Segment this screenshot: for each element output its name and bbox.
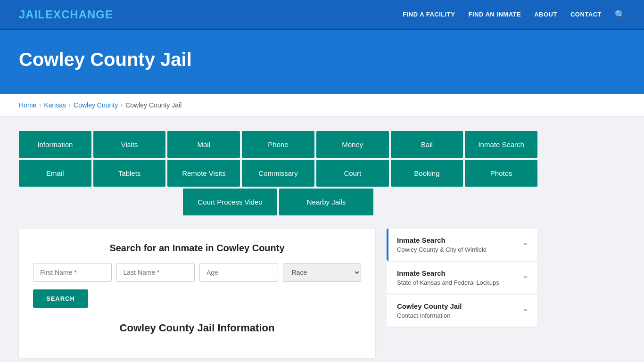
sidebar-card-kansas-sub: State of Kansas and Federal Lockups xyxy=(397,279,499,286)
last-name-input[interactable] xyxy=(116,263,195,282)
site-logo[interactable]: JAILEXCHANGE xyxy=(19,8,113,21)
btn-mail[interactable]: Mail xyxy=(167,131,240,158)
search-title: Search for an Inmate in Cowley County xyxy=(33,243,361,254)
breadcrumb-current: Cowley County Jail xyxy=(125,101,182,109)
breadcrumb-home[interactable]: Home xyxy=(19,101,36,109)
logo-jail: JAIL xyxy=(19,8,45,21)
sidebar-card-kansas: Inmate Search State of Kansas and Federa… xyxy=(387,262,537,294)
btn-commissary[interactable]: Commissary xyxy=(242,160,314,187)
btn-money[interactable]: Money xyxy=(316,131,389,158)
info-title: Cowley County Jail Information xyxy=(33,322,361,334)
sidebar-card-contact-text: Cowley County Jail Contact Information xyxy=(397,302,462,319)
btn-remote-visits[interactable]: Remote Visits xyxy=(167,160,240,187)
sidebar-card-contact-sub: Contact Information xyxy=(397,312,462,319)
search-icon[interactable]: 🔍 xyxy=(615,9,625,20)
btn-visits[interactable]: Visits xyxy=(93,131,166,158)
hero-section: Cowley County Jail xyxy=(0,30,644,94)
nav-about[interactable]: ABOUT xyxy=(534,11,557,18)
sidebar-card-kansas-text: Inmate Search State of Kansas and Federa… xyxy=(397,269,499,286)
sidebar-card-cowley-sub: Cowley County & City of Winfield xyxy=(397,246,487,253)
breadcrumb: Home › Kansas › Cowley County › Cowley C… xyxy=(19,101,625,109)
category-grid: Information Visits Mail Phone Money Bail… xyxy=(19,131,537,217)
sidebar-card-contact-header[interactable]: Cowley County Jail Contact Information ⌄ xyxy=(387,295,537,327)
breadcrumb-cowley-county[interactable]: Cowley County xyxy=(74,101,118,109)
btn-photos[interactable]: Photos xyxy=(465,160,537,187)
sidebar-card-kansas-header[interactable]: Inmate Search State of Kansas and Federa… xyxy=(387,262,537,294)
first-name-input[interactable] xyxy=(33,263,112,282)
sidebar-card-kansas-title: Inmate Search xyxy=(397,269,499,277)
btn-nearby-jails[interactable]: Nearby Jails xyxy=(279,189,373,215)
btn-booking[interactable]: Booking xyxy=(391,160,463,187)
btn-phone[interactable]: Phone xyxy=(242,131,314,158)
sidebar-card-contact: Cowley County Jail Contact Information ⌄ xyxy=(387,295,537,327)
page-title: Cowley County Jail xyxy=(19,49,625,70)
chevron-down-icon-2: ⌄ xyxy=(522,270,529,280)
sidebar-card-cowley-text: Inmate Search Cowley County & City of Wi… xyxy=(397,236,487,253)
btn-inmate-search[interactable]: Inmate Search xyxy=(465,131,537,158)
main-content: Information Visits Mail Phone Money Bail… xyxy=(0,117,644,362)
nav-find-inmate[interactable]: FIND AN INMATE xyxy=(468,11,521,18)
breadcrumb-sep-2: › xyxy=(69,102,71,108)
breadcrumb-sep-3: › xyxy=(121,102,123,108)
breadcrumb-bar: Home › Kansas › Cowley County › Cowley C… xyxy=(0,94,644,117)
breadcrumb-kansas[interactable]: Kansas xyxy=(44,101,66,109)
breadcrumb-sep-1: › xyxy=(39,102,41,108)
search-fields: Race White Black Hispanic Asian Other xyxy=(33,263,361,282)
nav-contact[interactable]: CONTACT xyxy=(570,11,602,18)
grid-row-2: Email Tablets Remote Visits Commissary C… xyxy=(19,160,537,187)
info-preview: Cowley County Jail Information xyxy=(33,322,361,334)
age-input[interactable] xyxy=(199,263,278,282)
nav-links: FIND A FACILITY FIND AN INMATE ABOUT CON… xyxy=(403,9,625,20)
btn-court[interactable]: Court xyxy=(316,160,389,187)
grid-row-1: Information Visits Mail Phone Money Bail… xyxy=(19,131,537,158)
btn-tablets[interactable]: Tablets xyxy=(93,160,166,187)
sidebar: Inmate Search Cowley County & City of Wi… xyxy=(387,229,537,358)
btn-court-process-video[interactable]: Court Process Video xyxy=(183,189,277,215)
sidebar-card-cowley-header[interactable]: Inmate Search Cowley County & City of Wi… xyxy=(387,229,537,261)
nav-find-facility[interactable]: FIND A FACILITY xyxy=(403,11,455,18)
chevron-down-icon-3: ⌄ xyxy=(522,303,529,313)
btn-bail[interactable]: Bail xyxy=(391,131,463,158)
bottom-section: Search for an Inmate in Cowley County Ra… xyxy=(19,229,537,358)
sidebar-card-cowley-title: Inmate Search xyxy=(397,236,487,244)
sidebar-card-contact-title: Cowley County Jail xyxy=(397,302,462,310)
grid-row-3: Court Process Video Nearby Jails xyxy=(19,189,537,215)
search-panel: Search for an Inmate in Cowley County Ra… xyxy=(19,229,375,358)
btn-information[interactable]: Information xyxy=(19,131,91,158)
sidebar-card-cowley: Inmate Search Cowley County & City of Wi… xyxy=(387,229,537,261)
btn-email[interactable]: Email xyxy=(19,160,91,187)
race-select[interactable]: Race White Black Hispanic Asian Other xyxy=(283,263,362,282)
navbar: JAILEXCHANGE FIND A FACILITY FIND AN INM… xyxy=(0,0,644,30)
search-button[interactable]: SEARCH xyxy=(33,289,88,308)
chevron-down-icon: ⌄ xyxy=(522,237,529,247)
logo-exchange: EXCHANGE xyxy=(45,8,113,21)
